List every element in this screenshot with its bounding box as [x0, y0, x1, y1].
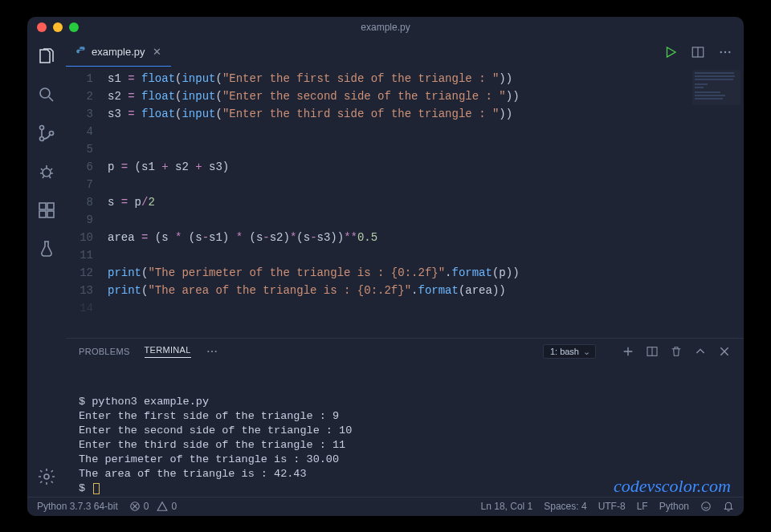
- terminal-line: $ python3 example.py: [79, 395, 731, 409]
- code-line[interactable]: area = (s * (s-s1) * (s-s2)*(s-s3))**0.5: [108, 229, 744, 246]
- close-panel-icon[interactable]: [718, 345, 731, 358]
- close-tab-icon[interactable]: ✕: [153, 46, 161, 58]
- svg-point-12: [720, 51, 722, 52]
- line-number: 2: [66, 87, 93, 105]
- status-interpreter[interactable]: Python 3.7.3 64-bit: [37, 501, 118, 512]
- panel-tab-terminal[interactable]: TERMINAL: [145, 345, 191, 358]
- status-language[interactable]: Python: [659, 501, 689, 512]
- statusbar: Python 3.7.3 64-bit 0 0 Ln 18, Col 1 Spa…: [27, 497, 744, 516]
- extensions-icon[interactable]: [36, 200, 57, 221]
- line-number: 4: [66, 123, 93, 140]
- split-editor-icon[interactable]: [691, 45, 705, 59]
- status-bell-icon[interactable]: [723, 501, 734, 512]
- explorer-icon[interactable]: [36, 46, 57, 67]
- terminal-line: The perimeter of the triangle is : 30.00: [79, 453, 731, 467]
- run-icon[interactable]: [663, 45, 678, 59]
- body-area: example.py ✕: [27, 38, 744, 497]
- maximize-window-button[interactable]: [69, 22, 79, 32]
- code-line[interactable]: s = p/2: [108, 193, 744, 211]
- line-number: 6: [66, 158, 93, 176]
- code-line[interactable]: [108, 246, 744, 264]
- svg-point-16: [210, 350, 212, 351]
- code-line[interactable]: [108, 140, 744, 158]
- svg-point-10: [80, 47, 80, 48]
- svg-point-2: [40, 136, 44, 140]
- close-window-button[interactable]: [37, 22, 47, 32]
- split-terminal-icon[interactable]: [646, 345, 659, 358]
- svg-point-20: [702, 502, 711, 511]
- bottom-panel: PROBLEMS TERMINAL 1: bash: [66, 338, 744, 497]
- code-line[interactable]: s1 = float(input("Enter the first side o…: [108, 70, 744, 87]
- svg-rect-7: [47, 211, 54, 217]
- editor-wrap: 1234567891011121314 s1 = float(input("En…: [66, 67, 744, 338]
- debug-icon[interactable]: [36, 161, 57, 182]
- code-line[interactable]: s3 = float(input("Enter the third side o…: [108, 105, 744, 123]
- status-feedback-icon[interactable]: [700, 501, 712, 512]
- line-number: 7: [66, 176, 93, 193]
- status-encoding[interactable]: UTF-8: [598, 501, 626, 512]
- svg-point-9: [44, 474, 49, 479]
- panel-tab-problems[interactable]: PROBLEMS: [79, 347, 130, 356]
- status-cursor[interactable]: Ln 18, Col 1: [481, 501, 533, 512]
- titlebar: example.py: [27, 17, 744, 38]
- activity-bar: [27, 38, 66, 497]
- main-column: example.py ✕: [66, 38, 744, 497]
- editor-tabbar: example.py ✕: [66, 38, 744, 67]
- terminal-selector[interactable]: 1: bash: [543, 344, 596, 359]
- settings-gear-icon[interactable]: [36, 466, 57, 487]
- terminal-line: Enter the first side of the triangle : 9: [79, 409, 731, 424]
- svg-point-13: [724, 51, 726, 52]
- line-number: 3: [66, 105, 93, 123]
- search-icon[interactable]: [36, 84, 57, 105]
- new-terminal-icon[interactable]: [622, 345, 634, 358]
- line-number: 10: [66, 229, 93, 246]
- line-number: 1: [66, 70, 93, 87]
- line-number: 13: [66, 282, 93, 299]
- editor-actions: [663, 38, 744, 67]
- code-line[interactable]: [108, 176, 744, 193]
- code-line[interactable]: [108, 211, 744, 229]
- line-number-gutter: 1234567891011121314: [66, 70, 108, 338]
- code-line[interactable]: [108, 123, 744, 140]
- code-content[interactable]: s1 = float(input("Enter the first side o…: [108, 70, 744, 338]
- line-number: 12: [66, 264, 93, 282]
- code-editor[interactable]: 1234567891011121314 s1 = float(input("En…: [66, 67, 744, 338]
- terminal-cursor: [93, 483, 100, 494]
- svg-point-0: [40, 88, 50, 98]
- panel-more-icon[interactable]: [206, 345, 218, 358]
- minimap[interactable]: [692, 70, 740, 105]
- svg-point-3: [50, 131, 54, 135]
- status-spaces[interactable]: Spaces: 4: [544, 501, 586, 512]
- svg-point-14: [728, 51, 730, 52]
- watermark: codevscolor.com: [614, 479, 731, 493]
- line-number: 11: [66, 246, 93, 264]
- status-eol[interactable]: LF: [637, 501, 648, 512]
- svg-point-1: [40, 125, 44, 129]
- minimize-window-button[interactable]: [53, 22, 63, 32]
- tab-example-py[interactable]: example.py ✕: [66, 38, 171, 67]
- terminal-output[interactable]: $ python3 example.pyEnter the first side…: [66, 364, 744, 497]
- svg-point-4: [43, 169, 51, 177]
- code-line[interactable]: s2 = float(input("Enter the second side …: [108, 87, 744, 105]
- svg-rect-6: [39, 211, 46, 217]
- svg-rect-5: [39, 203, 46, 209]
- source-control-icon[interactable]: [36, 123, 57, 144]
- svg-point-17: [214, 350, 216, 351]
- python-file-icon: [75, 46, 87, 57]
- code-line[interactable]: p = (s1 + s2 + s3): [108, 158, 744, 176]
- svg-point-15: [207, 350, 209, 351]
- line-number: 9: [66, 211, 93, 229]
- status-problems[interactable]: 0 0: [129, 501, 177, 512]
- kill-terminal-icon[interactable]: [670, 345, 683, 358]
- terminal-line: Enter the second side of the triangle : …: [79, 424, 731, 438]
- svg-rect-8: [47, 203, 54, 209]
- traffic-lights: [37, 22, 79, 32]
- window-title: example.py: [361, 22, 410, 33]
- code-line[interactable]: print("The perimeter of the triangle is …: [108, 264, 744, 282]
- vscode-window: example.py: [27, 17, 744, 516]
- code-line[interactable]: print("The area of the triangle is : {0:…: [108, 282, 744, 299]
- more-actions-icon[interactable]: [718, 45, 732, 59]
- maximize-panel-icon[interactable]: [694, 345, 707, 358]
- terminal-line: Enter the third side of the triangle : 1…: [79, 438, 731, 453]
- test-icon[interactable]: [36, 238, 57, 259]
